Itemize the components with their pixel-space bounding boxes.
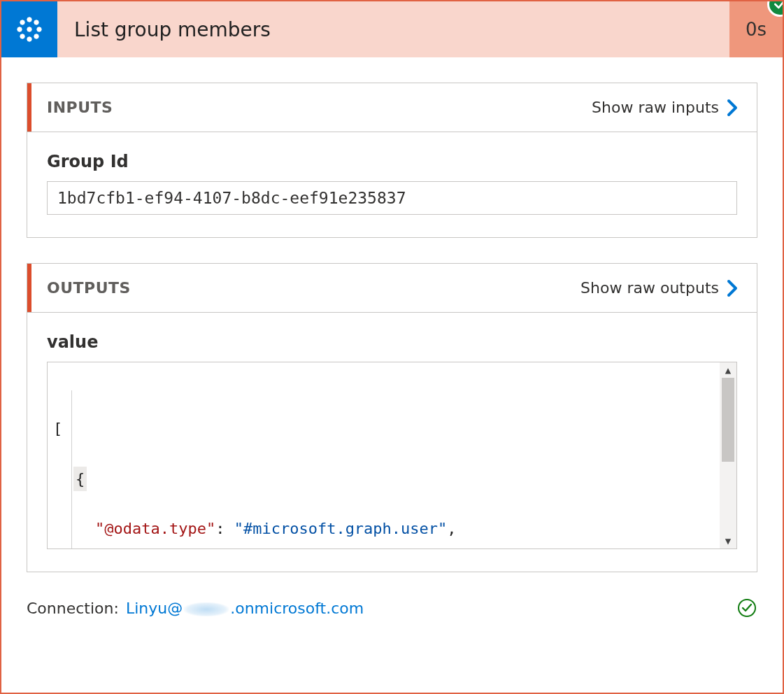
group-id-value: 1bd7cfb1-ef94-4107-b8dc-eef91e235837 <box>57 189 406 207</box>
inputs-card-header: INPUTS Show raw inputs <box>27 83 757 132</box>
outputs-card-header: OUTPUTS Show raw outputs <box>27 264 757 313</box>
fold-handle-icon[interactable]: { <box>73 467 87 492</box>
scroll-up-icon[interactable]: ▲ <box>725 362 731 378</box>
outputs-card: OUTPUTS Show raw outputs value [ { "@oda… <box>27 263 757 572</box>
svg-point-4 <box>37 27 41 31</box>
connection-user-prefix: Linyu@ <box>126 600 183 617</box>
group-id-label: Group Id <box>47 152 737 171</box>
step-body: INPUTS Show raw inputs Group Id 1bd7cfb1… <box>1 57 783 572</box>
svg-point-0 <box>27 27 31 31</box>
svg-point-5 <box>20 20 24 24</box>
flow-step-card: List group members 0s INPUTS Show raw in… <box>0 0 784 694</box>
redacted-domain-fragment <box>184 602 229 616</box>
json-line: { <box>53 467 731 492</box>
check-circle-icon <box>737 598 757 618</box>
svg-point-8 <box>34 34 38 38</box>
inputs-title: INPUTS <box>47 99 113 116</box>
json-line: [ <box>53 416 731 441</box>
show-raw-outputs-label: Show raw outputs <box>580 279 719 297</box>
svg-point-2 <box>27 37 31 41</box>
connector-icon-tile <box>1 1 57 57</box>
step-header[interactable]: List group members 0s <box>1 1 783 57</box>
chevron-right-icon <box>726 98 740 118</box>
check-icon <box>773 0 784 11</box>
svg-point-6 <box>34 20 38 24</box>
show-raw-inputs-link[interactable]: Show raw inputs <box>592 98 740 118</box>
azure-ad-icon <box>13 13 45 45</box>
svg-point-7 <box>20 34 24 38</box>
connection-status-icon <box>736 597 757 618</box>
svg-point-1 <box>27 17 31 22</box>
svg-point-3 <box>17 27 22 31</box>
json-viewer[interactable]: [ { "@odata.type": "#microsoft.graph.use… <box>47 362 737 549</box>
inputs-body: Group Id 1bd7cfb1-ef94-4107-b8dc-eef91e2… <box>27 132 757 237</box>
outputs-title: OUTPUTS <box>47 279 131 297</box>
connection-user-link[interactable]: Linyu@.onmicrosoft.com <box>126 600 364 617</box>
json-line: "@odata.type": "#microsoft.graph.user", <box>53 516 731 541</box>
group-id-value-box[interactable]: 1bd7cfb1-ef94-4107-b8dc-eef91e235837 <box>47 181 737 215</box>
scroll-down-icon[interactable]: ▼ <box>725 533 731 548</box>
scrollbar-track[interactable] <box>720 378 736 533</box>
scrollbar[interactable]: ▲ ▼ <box>720 362 736 548</box>
chevron-right-icon <box>726 278 740 298</box>
inputs-card: INPUTS Show raw inputs Group Id 1bd7cfb1… <box>27 83 757 238</box>
scrollbar-thumb[interactable] <box>722 378 734 462</box>
value-label: value <box>47 332 737 352</box>
connection-row: Connection: Linyu@.onmicrosoft.com <box>1 597 783 637</box>
connection-label: Connection: <box>27 600 119 617</box>
json-fold-gutter <box>71 390 72 548</box>
svg-point-9 <box>739 600 755 616</box>
step-title: List group members <box>57 1 729 57</box>
show-raw-inputs-label: Show raw inputs <box>592 99 719 116</box>
connection-user-suffix: .onmicrosoft.com <box>230 600 364 617</box>
outputs-body: value [ { "@odata.type": "#microsoft.gra… <box>27 313 757 572</box>
show-raw-outputs-link[interactable]: Show raw outputs <box>580 278 740 298</box>
